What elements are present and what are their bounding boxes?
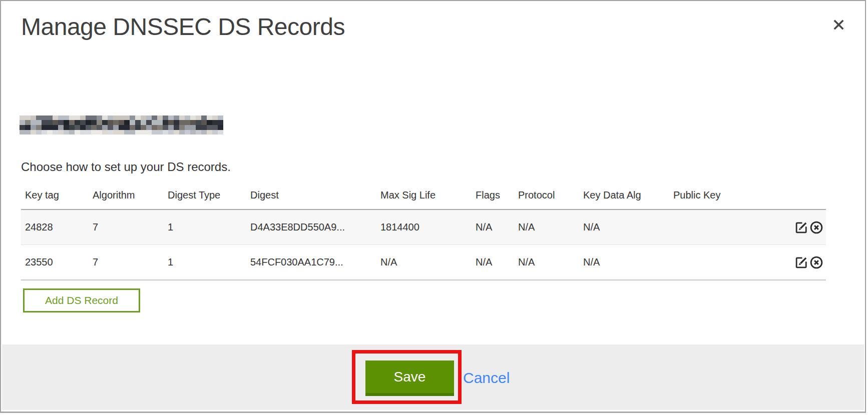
close-button[interactable] bbox=[830, 16, 847, 33]
col-header-key-tag: Key tag bbox=[21, 182, 89, 210]
delete-circle-icon bbox=[809, 229, 824, 236]
cell-protocol: N/A bbox=[514, 245, 579, 280]
table-row: 24828 7 1 D4A33E8DD550A9... 1814400 N/A … bbox=[21, 210, 826, 245]
instructions-text: Choose how to set up your DS records. bbox=[21, 160, 231, 174]
modal-footer: Save Cancel bbox=[2, 344, 864, 410]
col-header-digest: Digest bbox=[246, 182, 376, 210]
col-header-digest-type: Digest Type bbox=[164, 182, 246, 210]
table-header-row: Key tag Algorithm Digest Type Digest Max… bbox=[21, 182, 826, 210]
cell-flags: N/A bbox=[472, 245, 514, 280]
col-header-public-key: Public Key bbox=[669, 182, 764, 210]
edit-icon bbox=[794, 229, 809, 236]
cell-public-key bbox=[669, 210, 764, 245]
cell-key-data-alg: N/A bbox=[579, 210, 669, 245]
cell-algorithm: 7 bbox=[89, 245, 164, 280]
col-header-key-data-alg: Key Data Alg bbox=[579, 182, 669, 210]
manage-dnssec-modal: Manage DNSSEC DS Records Choose how to s… bbox=[0, 0, 866, 413]
close-icon bbox=[832, 26, 845, 33]
ds-records-table: Key tag Algorithm Digest Type Digest Max… bbox=[21, 182, 826, 280]
cell-key-tag: 24828 bbox=[21, 210, 89, 245]
add-ds-record-button[interactable]: Add DS Record bbox=[23, 288, 140, 312]
table-row: 23550 7 1 54FCF030AA1C79... N/A N/A N/A … bbox=[21, 245, 826, 280]
col-header-protocol: Protocol bbox=[514, 182, 579, 210]
cell-digest-type: 1 bbox=[164, 210, 246, 245]
cell-max-sig-life: N/A bbox=[376, 245, 472, 280]
edit-record-button[interactable] bbox=[794, 220, 809, 235]
delete-record-button[interactable] bbox=[809, 255, 824, 270]
cell-digest: 54FCF030AA1C79... bbox=[246, 245, 376, 280]
row-actions bbox=[764, 210, 826, 245]
cell-key-data-alg: N/A bbox=[579, 245, 669, 280]
row-actions bbox=[764, 245, 826, 280]
cell-digest-type: 1 bbox=[164, 245, 246, 280]
cell-digest: D4A33E8DD550A9... bbox=[246, 210, 376, 245]
col-header-actions bbox=[764, 182, 826, 210]
cell-flags: N/A bbox=[472, 210, 514, 245]
col-header-max-sig-life: Max Sig Life bbox=[376, 182, 472, 210]
cell-key-tag: 23550 bbox=[21, 245, 89, 280]
cell-public-key bbox=[669, 245, 764, 280]
redacted-domain-name bbox=[20, 116, 223, 134]
delete-record-button[interactable] bbox=[809, 220, 824, 235]
col-header-algorithm: Algorithm bbox=[89, 182, 164, 210]
edit-icon bbox=[794, 264, 809, 272]
cell-max-sig-life: 1814400 bbox=[376, 210, 472, 245]
cancel-link[interactable]: Cancel bbox=[463, 370, 510, 386]
delete-circle-icon bbox=[809, 264, 824, 272]
cell-algorithm: 7 bbox=[89, 210, 164, 245]
page-background: Manage DNSSEC DS Records Choose how to s… bbox=[0, 0, 868, 415]
modal-title: Manage DNSSEC DS Records bbox=[21, 13, 345, 40]
col-header-flags: Flags bbox=[472, 182, 514, 210]
cell-protocol: N/A bbox=[514, 210, 579, 245]
edit-record-button[interactable] bbox=[794, 255, 809, 270]
save-button[interactable]: Save bbox=[365, 360, 454, 396]
